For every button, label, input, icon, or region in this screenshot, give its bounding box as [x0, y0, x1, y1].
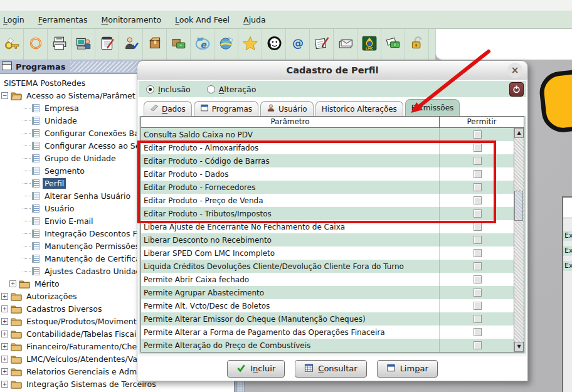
table-row[interactable]: Permite Alt. Vcto/Desc de Boletos: [141, 299, 524, 312]
tree-connector: [23, 108, 31, 109]
table-row[interactable]: Editar Produto - Almoxarifados: [141, 141, 524, 154]
expand-plus-icon[interactable]: +: [1, 381, 8, 388]
envelope-icon: [337, 35, 354, 54]
toolbar-button-at-sign[interactable]: @: [286, 29, 310, 60]
toolbar-button-globe[interactable]: [214, 29, 238, 60]
permitir-checkbox[interactable]: [474, 209, 482, 218]
permitir-checkbox[interactable]: [474, 262, 482, 270]
permitir-checkbox[interactable]: [474, 341, 482, 349]
scroll-down-icon[interactable]: ▼: [514, 342, 524, 352]
parametro-cell: Permite Alterar a Forma de Pagamento das…: [141, 326, 440, 339]
permitir-checkbox[interactable]: [474, 315, 482, 323]
table-row[interactable]: Editar Produto - Código de Barras: [141, 154, 524, 167]
table-row[interactable]: Editar Produto - Tributos/Impostos: [141, 207, 524, 220]
permitir-checkbox[interactable]: [474, 328, 482, 336]
toolbar-button-nfe[interactable]: NFe: [191, 29, 214, 60]
toolbar-button-workstation[interactable]: [72, 29, 95, 60]
limpar-button[interactable]: Limpar: [377, 360, 438, 378]
table-row[interactable]: Editar Produto - Fornecedores: [141, 181, 524, 194]
menu-item-monitoramento[interactable]: Monitoramento: [102, 15, 162, 24]
background-window-edge[interactable]: ExExEx: [562, 196, 572, 392]
toolbar-button-note-pen[interactable]: [310, 29, 334, 60]
tab-dados[interactable]: Dados: [144, 101, 192, 116]
expand-plus-icon[interactable]: +: [1, 368, 8, 375]
cadastro-de-perfil-dialog: Cadastro de Perfil × InclusãoAlteração D…: [137, 60, 528, 381]
permitir-checkbox[interactable]: [474, 236, 482, 244]
permitir-cell: [440, 341, 515, 349]
scroll-up-icon[interactable]: ▲: [514, 128, 524, 138]
expand-plus-icon[interactable]: +: [1, 318, 8, 325]
menu-item-ajuda[interactable]: Ajuda: [243, 15, 266, 24]
tab-permissoes[interactable]: Permissões: [405, 99, 460, 116]
application-window: LoginFerramentasMonitoramentoLook And Fe…: [0, 0, 572, 392]
menu-item-login[interactable]: Login: [3, 15, 24, 24]
table-row[interactable]: Permite Agrupar Abastecimento: [141, 286, 524, 299]
table-row[interactable]: Liberar Desconto no Recebimento: [141, 233, 524, 246]
expand-plus-icon[interactable]: +: [1, 356, 8, 363]
consultar-button[interactable]: Consultar: [295, 360, 366, 378]
table-row[interactable]: Liberar SPED Com LMC Incompleto: [141, 246, 524, 260]
expand-plus-icon[interactable]: +: [1, 293, 8, 300]
expand-plus-icon[interactable]: +: [9, 280, 16, 287]
folder-icon: [11, 367, 22, 376]
expand-plus-icon[interactable]: +: [1, 331, 8, 337]
expand-plus-icon[interactable]: +: [1, 343, 8, 350]
tree-item-label: Envio E-mail: [43, 216, 95, 226]
table-row[interactable]: Editar Produto - Dados: [141, 167, 524, 181]
toolbar-button-login-key[interactable]: [0, 29, 24, 60]
table-row[interactable]: Permite Abrir Caixa fechado: [141, 273, 524, 286]
table-row[interactable]: Permite Alterar a Forma de Pagamento das…: [141, 326, 524, 339]
toolbar-button-star[interactable]: [238, 29, 262, 60]
close-icon[interactable]: ×: [507, 63, 522, 78]
toolbar-button-headset[interactable]: [262, 29, 286, 60]
toolbar-button-lmc[interactable]: LMC: [358, 29, 381, 60]
permitir-checkbox[interactable]: [474, 275, 482, 283]
note-pen-icon: [314, 35, 330, 54]
table-row[interactable]: Permite Alterar Emissor do Cheque (Manut…: [141, 312, 524, 326]
permitir-checkbox[interactable]: [474, 183, 482, 191]
table-row[interactable]: Consulta Saldo Caixa no PDV: [141, 128, 524, 141]
table-row[interactable]: Libera Ajuste de Encerrante No Fechament…: [141, 220, 524, 233]
permitir-checkbox[interactable]: [474, 289, 482, 297]
toolbar-button-user-check[interactable]: [119, 29, 143, 60]
window-icon: [200, 103, 209, 114]
toolbar-button-refresh-ring[interactable]: [24, 29, 48, 60]
incluir-button[interactable]: Incluir: [227, 360, 285, 378]
collapse-minus-icon[interactable]: −: [1, 92, 8, 99]
toolbar-button-cards-money[interactable]: [381, 29, 405, 60]
table-scrollbar[interactable]: ▲ ▼: [514, 128, 524, 352]
permitir-checkbox[interactable]: [474, 157, 482, 165]
menu-item-ferramentas[interactable]: Ferramentas: [38, 15, 88, 24]
mode-radio-inclusao[interactable]: Inclusão: [146, 85, 191, 94]
permitir-checkbox[interactable]: [474, 144, 482, 152]
permitir-checkbox[interactable]: [474, 223, 482, 231]
table-header: Parâmetro Permitir: [141, 117, 524, 128]
button-label: Limpar: [400, 364, 428, 373]
table-row[interactable]: Liquida Créditos Devoluções Cliente/Devo…: [141, 260, 524, 273]
parametro-cell: Permite Agrupar Abastecimento: [141, 286, 440, 299]
expand-plus-icon[interactable]: +: [1, 305, 8, 312]
permitir-checkbox[interactable]: [474, 249, 482, 257]
exit-power-button[interactable]: [509, 82, 524, 97]
tab-programas[interactable]: Programas: [194, 101, 258, 116]
tab-usuario[interactable]: Usuário: [260, 101, 314, 116]
dialog-title-bar[interactable]: Cadastro de Perfil ×: [137, 60, 528, 79]
list-icon: [32, 129, 40, 137]
toolbar-button-package-money[interactable]: [167, 29, 191, 60]
table-row[interactable]: Permite Alteração do Preço de Combustíve…: [141, 339, 524, 352]
scrollbar-thumb[interactable]: [514, 191, 523, 221]
permitir-checkbox[interactable]: [474, 170, 482, 178]
menu-item-look-and-feel[interactable]: Look And Feel: [175, 15, 230, 24]
permitir-checkbox[interactable]: [474, 130, 482, 139]
toolbar-button-padlock-open[interactable]: [405, 29, 429, 60]
toolbar-button-envelope[interactable]: [334, 29, 358, 60]
tab-historico-alteracoes[interactable]: Historico Alterações: [315, 101, 403, 116]
toolbar-button-notepad[interactable]: [95, 29, 119, 60]
mode-radio-alteracao[interactable]: Alteração: [207, 85, 257, 94]
permitir-checkbox[interactable]: [474, 302, 482, 310]
table-row[interactable]: Editar Produto - Preço de Venda: [141, 194, 524, 207]
table-body: Consulta Saldo Caixa no PDVEditar Produt…: [141, 128, 524, 352]
permitir-checkbox[interactable]: [474, 196, 482, 204]
toolbar-button-printer[interactable]: [48, 29, 72, 60]
toolbar-button-package[interactable]: [143, 29, 167, 60]
